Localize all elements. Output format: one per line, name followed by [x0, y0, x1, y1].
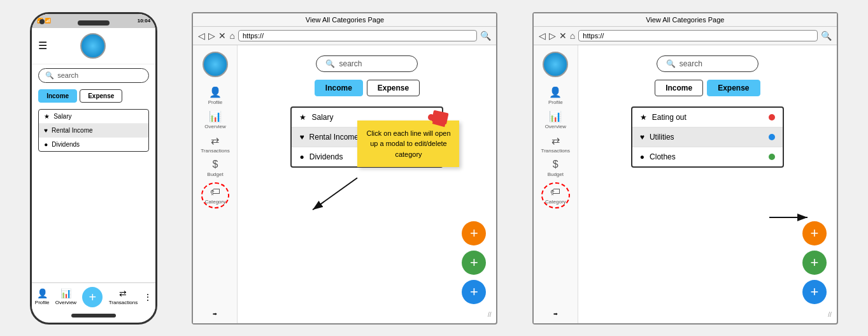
fab-blue2[interactable]: +	[802, 280, 827, 304]
cat-label-salary: Salary	[53, 113, 71, 120]
search-icon: 🔍	[45, 71, 54, 80]
circle-icon2: ●	[640, 152, 644, 161]
close-button2[interactable]: ✕	[559, 31, 567, 41]
phone-category-list: ★ Salary ♥ Rental Income ● Dividends	[38, 109, 149, 152]
overview-icon: 📊	[60, 288, 71, 298]
dot-green2	[769, 154, 775, 160]
sidebar-budget-icon: $	[213, 159, 218, 170]
browser2-cat-row-clothes[interactable]: ● Clothes	[632, 147, 783, 166]
heart-icon: ♥	[299, 133, 304, 142]
back-button[interactable]: ◁	[198, 31, 205, 41]
browser1-tabs: Income Expense	[315, 80, 420, 96]
home-button[interactable]: ⌂	[229, 31, 234, 41]
sidebar2-item-transactions[interactable]: ⇄ Transactions	[541, 135, 571, 154]
cat-label: Rental Income	[309, 133, 359, 142]
phone-bottom-nav: 👤 Profile 📊 Overview + ⇄ Transactions ⋮	[32, 282, 155, 311]
browser2-wrapper: View All Categories Page ◁ ▷ ✕ ⌂ 🔍 👤 Pro…	[532, 12, 838, 325]
sticky-note-wrapper: Click on each line will open up a modal …	[357, 121, 459, 168]
transactions-icon: ⇄	[119, 288, 127, 298]
sidebar-item-transactions[interactable]: ⇄ Transactions	[201, 135, 230, 154]
nav-profile[interactable]: 👤 Profile	[35, 288, 50, 305]
star-icon: ★	[299, 113, 306, 122]
sidebar2-category-icon: 🏷	[550, 186, 560, 198]
browser2-nav-bar: ◁ ▷ ✕ ⌂ 🔍	[534, 27, 837, 45]
heart-icon: ♥	[44, 127, 48, 134]
sidebar2-item-overview[interactable]: 📊 Overview	[545, 110, 566, 129]
cat-label: Eating out	[652, 113, 687, 122]
add-button-phone[interactable]: +	[82, 287, 103, 307]
nav-transactions[interactable]: ⇄ Transactions	[109, 288, 138, 305]
fab-orange2[interactable]: +	[802, 221, 827, 245]
browser-search-icon[interactable]: 🔍	[480, 31, 491, 41]
phone-tabs: Income Expense	[38, 89, 149, 103]
cat-label: Utilities	[650, 133, 674, 142]
url-bar[interactable]	[238, 30, 478, 41]
phone-speaker	[78, 20, 110, 26]
sidebar2-logout[interactable]: ➡	[553, 311, 558, 317]
sticky-note-text: Click on each line will open up a modal …	[366, 129, 450, 158]
phone-home-bar	[71, 314, 116, 318]
circle-icon: ●	[299, 152, 304, 161]
browser2-title: View All Categories Page	[534, 13, 837, 27]
cat-label: Clothes	[650, 152, 676, 161]
phone-header: ☰	[32, 28, 155, 64]
phone-cat-item-dividends[interactable]: ● Dividends	[39, 138, 148, 151]
svg-line-1	[313, 178, 357, 210]
forward-button[interactable]: ▷	[208, 31, 215, 41]
sidebar2-item-budget[interactable]: $ Budget	[548, 159, 564, 177]
sticky-note: Click on each line will open up a modal …	[357, 121, 459, 168]
phone-tab-income[interactable]: Income	[38, 89, 77, 103]
sidebar-item-profile[interactable]: 👤 Profile	[208, 86, 223, 105]
close-button[interactable]: ✕	[218, 31, 226, 41]
fab-orange[interactable]: +	[462, 221, 486, 245]
sidebar-logout-icon: ➡	[213, 311, 217, 317]
phone-mockup: 📶 📶 10:04 ☰ 🔍 search Income Expense ★ Sa…	[30, 12, 157, 325]
phone-cat-item-rental[interactable]: ♥ Rental Income	[39, 124, 148, 138]
back-button2[interactable]: ◁	[539, 31, 546, 41]
fab-blue[interactable]: +	[462, 280, 486, 304]
phone-tab-expense[interactable]: Expense	[80, 89, 122, 103]
url-bar2[interactable]	[578, 30, 818, 41]
sidebar-item-category[interactable]: 🏷 Category	[201, 182, 229, 208]
browser2-search-bar[interactable]: 🔍 search	[657, 55, 758, 72]
phone-cat-item-salary[interactable]: ★ Salary	[39, 110, 148, 124]
circle-icon: ●	[44, 141, 48, 148]
browser2-main: 🔍 search Income Expense ★ Eating out	[578, 45, 837, 323]
sidebar-logo2	[543, 52, 568, 77]
phone-screen: 📶 📶 10:04 ☰ 🔍 search Income Expense ★ Sa…	[32, 14, 155, 311]
sidebar-logout[interactable]: ➡	[213, 311, 217, 317]
fab-green2[interactable]: +	[802, 251, 827, 275]
browser1-search-bar[interactable]: 🔍 search	[316, 55, 418, 72]
browser1-tab-income[interactable]: Income	[315, 80, 363, 96]
scroll-indicator: //	[488, 311, 492, 318]
sidebar-item-budget[interactable]: $ Budget	[207, 159, 223, 177]
browser2-tab-expense[interactable]: Expense	[707, 80, 760, 96]
home-button2[interactable]: ⌂	[570, 31, 575, 41]
phone-search-bar[interactable]: 🔍 search	[38, 68, 149, 83]
sidebar2-overview-icon: 📊	[549, 110, 562, 122]
sidebar2-budget-icon: $	[553, 159, 559, 170]
forward-button2[interactable]: ▷	[549, 31, 556, 41]
cat-label: Dividends	[309, 152, 343, 161]
hamburger-icon[interactable]: ☰	[38, 40, 47, 52]
browser2-cat-row-utilities[interactable]: ♥ Utilities	[632, 128, 783, 147]
browser1-search-placeholder: search	[339, 59, 362, 68]
dot-red2	[769, 114, 775, 121]
browser1-tab-expense[interactable]: Expense	[367, 80, 420, 96]
sidebar-item-overview[interactable]: 📊 Overview	[204, 110, 225, 129]
profile-icon: 👤	[37, 288, 48, 298]
browser2-tab-income[interactable]: Income	[655, 80, 703, 96]
sidebar2-item-profile[interactable]: 👤 Profile	[548, 86, 563, 105]
browser2-search-icon[interactable]: 🔍	[821, 31, 832, 41]
dot-blue2	[769, 134, 775, 140]
nav-more[interactable]: ⋮	[143, 292, 152, 302]
browser2-cat-row-eatingout[interactable]: ★ Eating out	[632, 108, 783, 128]
nav-overview[interactable]: 📊 Overview	[55, 288, 76, 305]
star-icon2: ★	[640, 113, 647, 122]
phone-logo	[80, 33, 106, 59]
phone-status-time: 10:04	[138, 18, 150, 24]
browser2-frame: View All Categories Page ◁ ▷ ✕ ⌂ 🔍 👤 Pro…	[532, 12, 838, 325]
sidebar2-item-category[interactable]: 🏷 Category	[541, 182, 569, 208]
phone-camera	[39, 19, 45, 24]
fab-green[interactable]: +	[462, 251, 486, 275]
